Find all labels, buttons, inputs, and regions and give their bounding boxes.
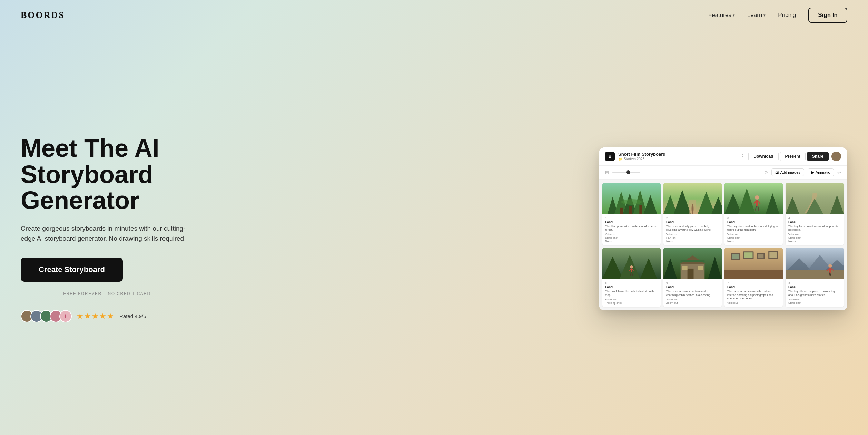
cell-5-field2: Tracking shot [605, 301, 658, 304]
search-icon[interactable]: ⊙ [764, 170, 768, 175]
cell-7-label: Label [727, 285, 780, 289]
svg-point-35 [630, 265, 633, 268]
cell-4-field3: Notes [788, 240, 841, 243]
cta-subtext: FREE FOREVER – NO CREDIT CARD [21, 291, 193, 296]
svg-rect-8 [639, 205, 642, 214]
cell-1-field3: Notes [605, 240, 658, 243]
svg-point-66 [828, 264, 832, 268]
svg-rect-55 [744, 252, 753, 258]
cell-2-label: Label [666, 220, 719, 224]
download-button[interactable]: Download [748, 152, 778, 161]
storyboard-cell-4[interactable]: 4 Label The boy finds an old worn-out ma… [786, 183, 844, 245]
cell-5-label: Label [605, 285, 658, 289]
storyboard-cell-8[interactable]: 8 Label The boy sits on the porch, remin… [786, 248, 844, 307]
cell-2-field1: Voiceover [666, 233, 719, 236]
hero-right: B Short Film Storyboard 📁 Starters 2023 … [214, 147, 847, 311]
present-button[interactable]: Present [780, 152, 806, 161]
hero-title: Meet The AI Storyboard Generator [21, 135, 193, 214]
svg-rect-46 [688, 269, 694, 279]
cell-4-field1: Voiceover [788, 233, 841, 236]
cell-6-field2: Zoom out [666, 301, 719, 304]
svg-rect-22 [756, 199, 758, 205]
folder-icon: 📁 [618, 157, 622, 161]
storyboard-cell-1[interactable]: 1 Label The film opens with a wide shot … [602, 183, 661, 245]
cell-6-number: 6 [666, 281, 719, 284]
cell-2-field2: Pan left [666, 236, 719, 239]
app-title-section: B Short Film Storyboard 📁 Starters 2023 [605, 152, 665, 161]
svg-rect-53 [732, 254, 739, 259]
grid-icon[interactable]: ⊞ [605, 170, 609, 175]
cell-3-field1: Voiceover [727, 233, 780, 236]
storyboard-cell-2[interactable]: 2 Label The camera slowly pans to the le… [663, 183, 722, 245]
app-screenshot: B Short Film Storyboard 📁 Starters 2023 … [599, 147, 847, 311]
svg-rect-47 [682, 266, 688, 270]
cell-8-label: Label [788, 285, 841, 289]
svg-rect-60 [724, 270, 783, 279]
more-options-icon[interactable]: ⋮ [740, 153, 746, 160]
create-storyboard-button[interactable]: Create Storyboard [21, 258, 123, 282]
svg-rect-67 [829, 268, 831, 273]
cell-4-desc: The boy finds an old worn-out map in his… [788, 225, 841, 232]
app-toolbar2: ⊞ ⊙ 🖼 Add images ▶ Animatic ⇔ [599, 166, 847, 180]
expand-icon[interactable]: ⇔ [837, 170, 841, 175]
share-button[interactable]: Share [807, 152, 829, 161]
pricing-nav-link[interactable]: Pricing [778, 12, 796, 19]
cell-image-2 [663, 183, 722, 214]
cell-8-field2: Static shot [788, 301, 841, 304]
cell-6-desc: The camera zooms out to reveal a charmin… [666, 290, 719, 297]
cell-image-6 [663, 248, 722, 279]
cell-7-desc: The camera pans across the cabin's inter… [727, 290, 780, 300]
storyboard-cell-3[interactable]: 3 Label The boy stops and looks around, … [724, 183, 783, 245]
cell-image-4 [786, 183, 844, 214]
cell-1-desc: The film opens with a wide shot of a den… [605, 225, 658, 232]
learn-nav-link[interactable]: Learn ▾ [747, 12, 766, 19]
user-avatar [831, 152, 841, 161]
cell-4-label: Label [788, 220, 841, 224]
storyboard-cell-6[interactable]: 6 Label The camera zooms out to reveal a… [663, 248, 722, 307]
sign-in-button[interactable]: Sign In [808, 8, 847, 23]
svg-rect-59 [769, 252, 777, 258]
cell-4-number: 4 [788, 216, 841, 220]
learn-chevron-icon: ▾ [763, 13, 766, 18]
cell-6-field1: Voiceover [666, 298, 719, 301]
cell-3-label: Label [727, 220, 780, 224]
zoom-slider[interactable] [612, 172, 640, 173]
add-images-button[interactable]: 🖼 Add images [771, 168, 804, 176]
features-chevron-icon: ▾ [733, 13, 735, 18]
app-title: Short Film Storyboard [618, 152, 665, 157]
cell-8-field1: Voiceover [788, 298, 841, 301]
cell-3-number: 3 [727, 216, 780, 220]
cell-1-field1: Voiceover [605, 233, 658, 236]
cell-2-field3: Notes [666, 240, 719, 243]
cell-2-number: 2 [666, 216, 719, 220]
features-nav-link[interactable]: Features ▾ [708, 12, 735, 19]
cell-image-5 [602, 248, 661, 279]
cell-5-number: 5 [605, 281, 658, 284]
storyboard-cell-5[interactable]: 5 Label The boy follows the path indicat… [602, 248, 661, 307]
storyboard-cell-7[interactable]: 7 Label The camera pans across the cabin… [724, 248, 783, 307]
svg-point-9 [621, 199, 642, 205]
navigation: BOORDS Features ▾ Learn ▾ Pricing Sign I… [0, 0, 868, 30]
storyboard-grid: 1 Label The film opens with a wide shot … [599, 180, 847, 311]
logo: BOORDS [21, 10, 65, 20]
cell-3-field3: Notes [727, 240, 780, 243]
svg-point-21 [755, 195, 759, 200]
app-topbar: B Short Film Storyboard 📁 Starters 2023 … [599, 147, 847, 166]
svg-rect-49 [681, 260, 705, 262]
cell-1-label: Label [605, 220, 658, 224]
user-avatars: + [21, 310, 72, 322]
cell-3-desc: The boy stops and looks around, trying t… [727, 225, 780, 232]
animatic-button[interactable]: ▶ Animatic [808, 168, 834, 176]
hero-section: Meet The AI Storyboard Generator Create … [0, 30, 868, 434]
svg-rect-36 [631, 268, 632, 272]
cell-5-field1: Voiceover [605, 298, 658, 301]
cell-1-field2: Static shot [605, 236, 658, 239]
cell-3-field2: Static shot [727, 236, 780, 239]
cell-2-desc: The camera slowly pans to the left, reve… [666, 225, 719, 232]
svg-rect-48 [698, 266, 703, 270]
nav-links: Features ▾ Learn ▾ Pricing Sign In [708, 8, 847, 23]
cell-7-field1: Voiceover [727, 301, 780, 304]
hero-subtitle: Create gorgeous storyboards in minutes w… [21, 223, 193, 244]
cell-8-number: 8 [788, 281, 841, 284]
rating-text: Rated 4.9/5 [119, 313, 146, 319]
